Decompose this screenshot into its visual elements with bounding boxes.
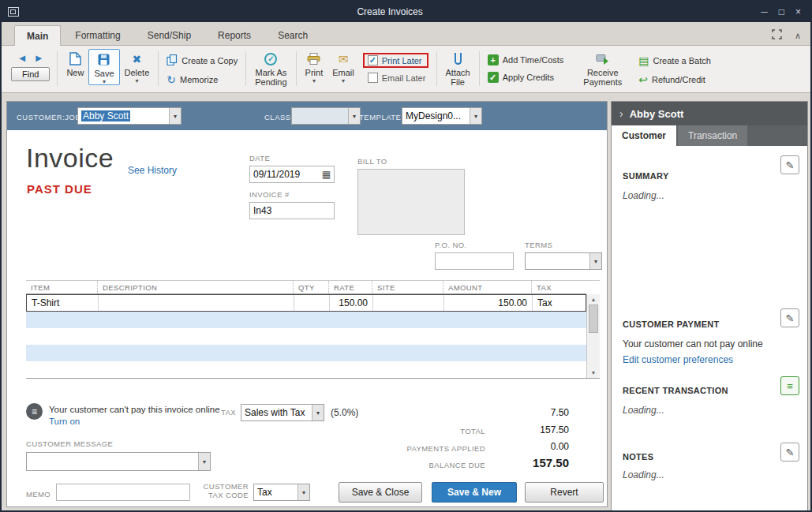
memo-input[interactable] — [56, 484, 190, 501]
date-value: 09/11/2019 — [253, 169, 300, 180]
mark-as-pending-button[interactable]: ✓ Mark As Pending — [250, 49, 291, 87]
save-label: Save — [94, 69, 114, 78]
recent-transaction-label: RECENT TRANSACTION — [623, 386, 728, 395]
cell-item[interactable]: T-Shirt — [27, 295, 98, 311]
cell-tax[interactable]: Tax — [532, 295, 587, 311]
terms-dropdown[interactable]: ▾ — [525, 252, 602, 270]
create-batch-button[interactable]: ▤ Create a Batch — [638, 54, 711, 67]
cell-qty[interactable] — [294, 295, 329, 311]
credits-group: + Add Time/Costs ✓ Apply Credits — [484, 49, 568, 83]
edit-customer-preferences-link[interactable]: Edit customer preferences — [623, 354, 733, 365]
ribbon-tab-bar: Main Formatting Send/Ship Reports Search… — [2, 22, 810, 46]
batch-group: ▤ Create a Batch ↩ Refund/Credit — [634, 49, 715, 86]
save-new-button[interactable]: Save & New — [432, 482, 517, 503]
class-dropdown[interactable]: ▾ — [291, 107, 361, 125]
save-close-button[interactable]: Save & Close — [339, 482, 422, 503]
chevron-down-icon[interactable]: ▾ — [348, 108, 360, 124]
po-number-field[interactable] — [435, 252, 514, 270]
balance-due-amount: 157.50 — [498, 456, 569, 469]
panel-collapse-icon[interactable]: › — [619, 107, 623, 120]
save-button[interactable]: Save ▾ — [88, 49, 119, 85]
chevron-down-icon[interactable]: ▾ — [169, 108, 181, 124]
forward-arrow-icon[interactable]: ► — [34, 52, 44, 64]
revert-button[interactable]: Revert — [525, 482, 604, 503]
tab-transaction[interactable]: Transaction — [678, 125, 747, 146]
recent-transaction-icon[interactable]: ≡ — [780, 376, 799, 395]
new-button[interactable]: New — [62, 49, 88, 77]
customer-tax-code-value: Tax — [254, 484, 297, 500]
chevron-down-icon[interactable]: ▾ — [312, 405, 324, 420]
chevron-down-icon[interactable]: ▾ — [589, 253, 601, 269]
tab-formatting[interactable]: Formatting — [62, 24, 133, 45]
tax-dropdown[interactable]: Sales with Tax ▾ — [241, 404, 324, 421]
back-arrow-icon[interactable]: ◄ — [17, 52, 28, 64]
create-copy-button[interactable]: Create a Copy — [167, 54, 238, 67]
apply-credits-button[interactable]: ✓ Apply Credits — [488, 72, 564, 83]
refund-credit-button[interactable]: ↩ Refund/Credit — [638, 73, 711, 86]
cell-rate[interactable]: 150.00 — [329, 295, 372, 311]
chevron-down-icon[interactable]: ▾ — [198, 453, 210, 470]
maximize-button[interactable]: □ — [779, 6, 784, 17]
chevron-down-icon: ▾ — [342, 78, 345, 84]
date-field[interactable]: 09/11/2019 ▦ — [249, 166, 335, 183]
table-header: ITEM DESCRIPTION QTY RATE SITE AMOUNT TA… — [26, 281, 586, 294]
email-later-row: Email Later — [363, 73, 428, 83]
email-later-checkbox[interactable] — [368, 73, 378, 83]
edit-customer-payment-icon[interactable]: ✎ — [780, 308, 799, 327]
turn-on-link[interactable]: Turn on — [49, 417, 80, 426]
side-panel-header[interactable]: › Abby Scott — [612, 102, 807, 125]
table-scrollbar[interactable]: ▲ ▼ — [586, 294, 600, 378]
see-history-link[interactable]: See History — [128, 165, 177, 176]
pending-icon: ✓ — [264, 53, 277, 65]
table-row-empty[interactable] — [26, 345, 586, 361]
chevron-down-icon[interactable]: ▾ — [297, 484, 309, 500]
delete-icon: ✖ — [133, 51, 142, 66]
print-button[interactable]: Print ▾ — [301, 49, 328, 84]
tab-reports[interactable]: Reports — [205, 24, 264, 45]
scroll-down-icon[interactable]: ▼ — [587, 370, 600, 376]
cell-amount[interactable]: 150.00 — [443, 295, 532, 311]
calendar-icon[interactable]: ▦ — [322, 169, 331, 180]
tab-search[interactable]: Search — [265, 24, 320, 45]
minimize-button[interactable]: ─ — [761, 6, 768, 17]
template-dropdown[interactable]: MyDesign0... ▾ — [402, 107, 482, 125]
memorize-button[interactable]: ↻ Memorize — [167, 73, 238, 86]
attach-file-button[interactable]: Attach File — [441, 49, 475, 87]
cell-description[interactable] — [98, 295, 294, 311]
memorize-icon: ↻ — [167, 73, 176, 86]
add-time-costs-label: Add Time/Costs — [503, 55, 564, 65]
close-button[interactable]: × — [795, 6, 801, 17]
collapse-ribbon-icon[interactable]: ∧ — [795, 31, 801, 41]
edit-summary-icon[interactable]: ✎ — [780, 155, 799, 174]
table-row-empty[interactable] — [26, 328, 586, 345]
tab-send-ship[interactable]: Send/Ship — [135, 24, 204, 45]
chevron-down-icon[interactable]: ▾ — [470, 108, 481, 124]
cell-site[interactable] — [372, 295, 443, 311]
delete-label: Delete — [125, 68, 150, 77]
scrollbar-thumb[interactable] — [589, 305, 598, 333]
add-time-costs-button[interactable]: + Add Time/Costs — [488, 54, 564, 65]
tab-main[interactable]: Main — [14, 25, 61, 46]
print-later-checkbox[interactable]: ✓ — [368, 55, 378, 65]
invoice-number-field[interactable]: In43 — [249, 202, 335, 219]
table-row-empty[interactable] — [26, 361, 586, 378]
customer-job-dropdown[interactable]: Abby Scott ▾ — [77, 107, 181, 125]
tab-customer[interactable]: Customer — [612, 125, 676, 146]
recent-transaction-loading: Loading... — [623, 405, 664, 416]
customer-message-dropdown[interactable]: ▾ — [26, 452, 211, 471]
scroll-up-icon[interactable]: ▲ — [587, 297, 600, 302]
customer-tax-code-dropdown[interactable]: Tax ▾ — [253, 484, 310, 501]
table-row[interactable]: T-Shirt 150.00 150.00 Tax — [26, 294, 586, 312]
edit-notes-icon[interactable]: ✎ — [780, 443, 799, 462]
delete-button[interactable]: ✖ Delete ▾ — [120, 49, 155, 84]
col-item: ITEM — [26, 281, 97, 293]
invoice-panel: CUSTOMER:JOB Abby Scott ▾ CLASS ▾ TEMPLA… — [6, 101, 608, 507]
expand-icon[interactable] — [772, 28, 782, 43]
memorize-label: Memorize — [180, 75, 218, 84]
bill-to-field[interactable] — [357, 169, 465, 235]
receive-payments-button[interactable]: Receive Payments — [578, 49, 627, 87]
email-button[interactable]: ✉ Email ▾ — [327, 49, 359, 84]
tax-amount: 7.50 — [506, 407, 569, 418]
table-row-empty[interactable] — [26, 312, 586, 328]
find-button[interactable]: Find — [11, 67, 50, 81]
